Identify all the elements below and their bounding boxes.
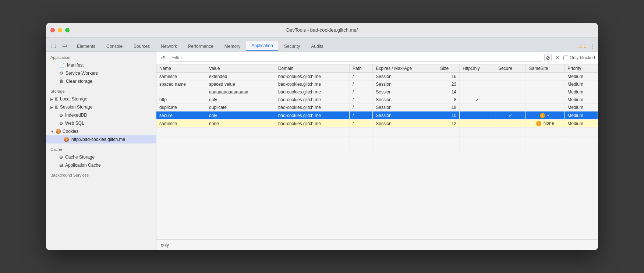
sidebar-item-session-storage[interactable]: ▶ ⊞ Session Storage [46,103,156,111]
service-workers-icon: ⚙ [59,71,63,76]
only-blocked-checkbox[interactable] [563,56,568,60]
table-cell-empty [526,128,565,136]
sidebar-item-cookie-url[interactable]: 🍪 http://bad-cookies.glitch.me [46,135,156,143]
chevron-right-icon2: ▶ [50,105,53,109]
col-name: Name [156,64,206,73]
tab-console[interactable]: Console [101,42,128,51]
table-row[interactable]: spaced namespaced valuebad-cookies.glitc… [156,81,598,88]
tab-icon-group: ⬚ ▭ [49,41,69,51]
tab-performance[interactable]: Performance [183,42,219,51]
tab-audits[interactable]: Audits [306,42,328,51]
tab-elements[interactable]: Elements [72,42,100,51]
table-row[interactable]: secureonlybad-cookies.glitch.me/Session1… [156,111,598,120]
maximize-button[interactable] [65,28,70,32]
table-cell: only [206,111,275,120]
right-panel: ↺ ⊘ ✕ Only blocked Name Value Domain [156,52,598,250]
table-cell: i ✓ [526,111,565,120]
table-cell: bad-cookies.glitch.me [275,111,349,120]
table-cell [495,73,526,81]
sidebar-item-indexeddb[interactable]: ⊜ IndexedDB [46,111,156,119]
filter-input[interactable] [169,54,542,62]
table-cell: bad-cookies.glitch.me [275,81,349,88]
table-cell-empty [373,128,437,136]
table-cell: samesite [156,120,206,128]
table-cell [526,104,565,111]
table-cell-empty [565,136,598,145]
sidebar-item-clear-storage[interactable]: 🗑 Clear storage [46,77,156,85]
table-row[interactable]: samesitenonebad-cookies.glitch.me/Sessio… [156,120,598,128]
refresh-button[interactable]: ↺ [159,54,167,61]
table-row[interactable]: aaaaaaaaaaaaaaaabad-cookies.glitch.me/Se… [156,88,598,96]
table-cell: / [349,88,372,96]
close-button[interactable] [50,28,55,32]
table-cell: / [349,104,372,111]
cursor-icon[interactable]: ⬚ [49,41,58,50]
table-cell: duplicate [206,104,275,111]
storage-section-label: Storage [46,85,156,95]
table-cell: / [349,120,372,128]
table-row[interactable]: duplicateduplicatebad-cookies.glitch.me/… [156,104,598,111]
cookie-url-icon: 🍪 [64,137,69,142]
web-sql-icon: ⊜ [59,121,63,126]
col-httponly: HttpOnly [460,64,495,73]
tab-network[interactable]: Network [156,42,182,51]
table-cell: / [349,96,372,104]
table-cell: Medium [565,81,598,88]
table-cell-empty [373,136,437,145]
table-cell-empty [349,128,372,136]
local-storage-label: Local Storage [60,96,87,102]
sidebar-item-cookies-expandable[interactable]: ▼ 🍪 Cookies [46,127,156,135]
table-cell-empty [565,128,598,136]
table-header-row: Name Value Domain Path Expires / Max-Age… [156,64,598,73]
table-cell-empty [156,145,206,154]
sidebar-item-web-sql[interactable]: ⊜ Web SQL [46,119,156,127]
table-cell-empty [349,145,372,154]
table-cell: spaced name [156,81,206,88]
table-cell: spaced value [206,81,275,88]
table-cell-empty [460,136,495,145]
sidebar-item-cache-storage[interactable]: ⊜ Cache Storage [46,153,156,161]
table-cell-empty [156,128,206,136]
more-options-button[interactable]: ⋮ [589,43,595,50]
clear-button[interactable]: ✕ [554,54,561,61]
tab-memory[interactable]: Memory [219,42,245,51]
window-title: DevTools - bad-cookies.glitch.me/ [286,27,358,33]
tab-application[interactable]: Application [246,41,278,51]
table-cell: bad-cookies.glitch.me [275,88,349,96]
table-cell-empty [206,128,275,136]
sidebar-item-local-storage[interactable]: ▶ ⊞ Local Storage [46,95,156,103]
table-cell: ✓ [460,96,495,104]
table-cell [526,81,565,88]
manifest-label: Manifest [67,63,84,68]
table-cell: samesite [156,73,206,81]
sidebar-item-manifest[interactable]: 📄 Manifest [46,61,156,69]
chevron-right-icon: ▶ [50,97,53,101]
traffic-lights [50,28,70,32]
tab-sources[interactable]: Sources [128,42,155,51]
device-icon[interactable]: ▭ [60,41,69,50]
chevron-down-icon: ▼ [50,130,54,134]
tab-security[interactable]: Security [279,42,305,51]
sidebar-item-application-cache[interactable]: ⊞ Application Cache [46,161,156,169]
table-cell [526,73,565,81]
sidebar-item-service-workers[interactable]: ⚙ Service Workers [46,69,156,77]
table-cell [460,120,495,128]
minimize-button[interactable] [58,28,62,32]
table-cell: http [156,96,206,104]
table-row[interactable]: httponlybad-cookies.glitch.me/Session8✓M… [156,96,598,104]
cookies-table: Name Value Domain Path Expires / Max-Age… [156,64,598,154]
table-row-empty [156,136,598,145]
table-row[interactable]: samesiteextendedbad-cookies.glitch.me/Se… [156,73,598,81]
table-cell: 18 [437,104,459,111]
table-cell: bad-cookies.glitch.me [275,73,349,81]
table-cell-empty [526,145,565,154]
web-sql-label: Web SQL [65,121,84,126]
table-cell-empty [275,136,349,145]
session-storage-label: Session Storage [60,104,92,110]
table-cell-empty [156,136,206,145]
table-cell: Session [373,96,437,104]
no-icon-button[interactable]: ⊘ [544,54,552,61]
warning-badge[interactable]: ⚠ 1 [578,44,586,49]
table-cell: only [206,96,275,104]
local-storage-icon: ⊞ [55,96,59,102]
